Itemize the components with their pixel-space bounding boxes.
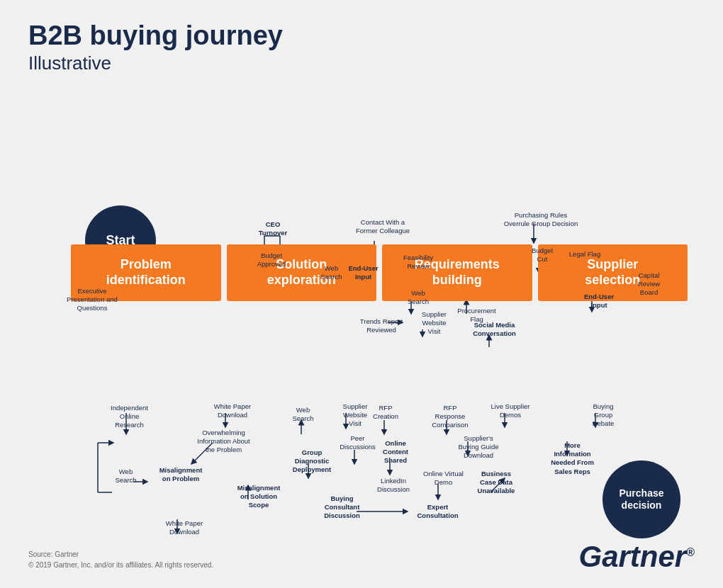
gartner-logo: Gartner® bbox=[578, 540, 695, 574]
purchase-decision-circle: Purchasedecision bbox=[602, 460, 680, 538]
page-subtitle: Illustrative bbox=[28, 52, 695, 74]
web-search-solution-bottom: WebSearch bbox=[284, 406, 323, 424]
misalignment-problem: Misalignmenton Problem bbox=[152, 466, 209, 484]
linkedin-discussion: LinkedInDiscussion bbox=[369, 477, 418, 494]
budget-approved: BudgetApproved bbox=[247, 251, 296, 269]
buying-consultant: BuyingConsultantDiscussion bbox=[312, 494, 372, 521]
trends-report: Trends ReportReviewed bbox=[353, 317, 410, 335]
source-text: Source: Gartner © 2019 Gartner, Inc. and… bbox=[28, 549, 213, 570]
buying-group-debate: BuyingGroupDebate bbox=[578, 402, 628, 429]
expert-consultation: ExpertConsultation bbox=[411, 503, 464, 521]
executive-annotation: Executive Presentation and Questions bbox=[64, 287, 120, 313]
web-search-feasibility: WebSearch bbox=[397, 289, 439, 307]
budget-cut: BudgetCut bbox=[525, 247, 560, 264]
online-content-shared: OnlineContentShared bbox=[371, 439, 420, 465]
white-paper-1: White PaperDownload bbox=[204, 402, 261, 420]
live-supplier-demos: Live SupplierDemos bbox=[486, 402, 535, 420]
capital-review: CapitalReviewBoard bbox=[622, 271, 676, 298]
group-diagnostic: GroupDiagnosticDeployment bbox=[284, 448, 340, 475]
end-user-input-1: End-UserInput bbox=[337, 264, 390, 282]
online-virtual-demo: Online VirtualDemo bbox=[417, 470, 470, 487]
misalignment-solution: Misalignmenton SolutionScope bbox=[227, 484, 291, 510]
social-media: Social MediaConversation bbox=[464, 321, 525, 339]
white-paper-2: White PaperDownload bbox=[159, 519, 209, 537]
more-information: MoreInformationNeeded FromSales Reps bbox=[542, 441, 602, 476]
diagram-area: Start Problemidentification Solutionexpl… bbox=[28, 81, 695, 542]
rfp-creation: RFPCreation bbox=[364, 404, 407, 422]
end-user-input-2: End-UserInput bbox=[574, 293, 624, 310]
overwhelming-info: OverwhelmingInformation Aboutthe Problem bbox=[190, 429, 257, 455]
rfp-response: RFPResponseComparison bbox=[422, 404, 478, 430]
page-title: B2B buying journey bbox=[28, 21, 695, 51]
ceo-turnover: CEOTurnover bbox=[248, 220, 298, 238]
suppliers-buying-guide: Supplier'sBuying GuideDownload bbox=[450, 434, 507, 460]
legal-flag: Legal Flag bbox=[564, 250, 606, 259]
business-case: BusinessCase DataUnavailable bbox=[468, 470, 525, 496]
main-container: B2B buying journey Illustrative bbox=[0, 0, 723, 588]
independent-research: IndependentOnlineResearch bbox=[103, 404, 156, 430]
contact-colleague: Contact With aFormer Colleague bbox=[347, 218, 418, 236]
purchasing-rules: Purchasing RulesOverrule Group Decision bbox=[502, 211, 580, 229]
feasibility-review: FeasibilityReview bbox=[390, 254, 447, 271]
web-search-bottom-left: WebSearch bbox=[106, 468, 145, 485]
